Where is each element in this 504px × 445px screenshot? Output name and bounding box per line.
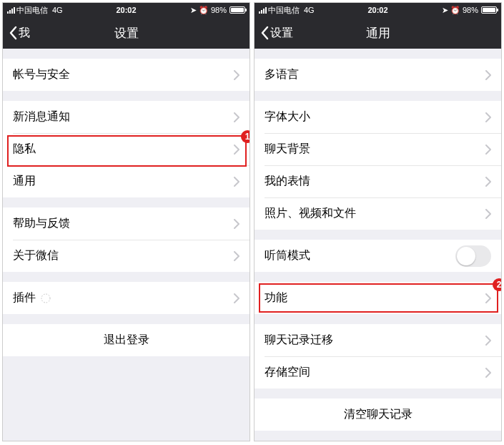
cell-help-feedback[interactable]: 帮助与反馈 bbox=[3, 207, 249, 240]
cell-clear-chat[interactable]: 清空聊天记录 bbox=[255, 398, 501, 431]
group-language: 多语言 bbox=[255, 59, 501, 91]
nav-bar: 设置 通用 bbox=[255, 17, 501, 49]
cell-label: 字体大小 bbox=[265, 109, 310, 124]
phone-right: 中国电信 4G 20:02 ➤ ⏰ 98% 设置 通用 多语言 bbox=[254, 2, 502, 441]
screenshot-pair: 中国电信 4G 20:02 ➤ ⏰ 98% 我 设置 帐号与安全 bbox=[0, 0, 504, 444]
cell-label: 聊天背景 bbox=[265, 142, 310, 157]
status-left: 中国电信 4G bbox=[259, 5, 315, 16]
chevron-right-icon bbox=[234, 219, 239, 229]
chevron-left-icon bbox=[9, 26, 17, 40]
cell-logout[interactable]: 退出登录 bbox=[3, 324, 249, 356]
group-notifications: 新消息通知 隐私 通用 bbox=[3, 101, 249, 197]
carrier-label: 中国电信 bbox=[16, 5, 48, 16]
clear-chat-label: 清空聊天记录 bbox=[344, 407, 412, 422]
chevron-right-icon bbox=[234, 112, 239, 122]
nav-back-label: 我 bbox=[19, 26, 30, 41]
cell-earpiece-mode[interactable]: 听筒模式 bbox=[255, 240, 501, 272]
alarm-icon: ⏰ bbox=[450, 6, 460, 15]
cell-about[interactable]: 关于微信 bbox=[3, 240, 249, 272]
cell-label: 功能 bbox=[265, 290, 287, 305]
cell-label: 照片、视频和文件 bbox=[265, 206, 356, 221]
logout-label: 退出登录 bbox=[104, 333, 149, 348]
group-storage: 聊天记录迁移 存储空间 bbox=[255, 324, 501, 388]
nav-back-label: 设置 bbox=[270, 26, 293, 41]
cell-label: 帮助与反馈 bbox=[13, 216, 70, 231]
nav-back-button[interactable]: 我 bbox=[9, 26, 30, 41]
battery-pct: 98% bbox=[211, 6, 227, 14]
nav-title: 通用 bbox=[366, 25, 390, 41]
cell-general[interactable]: 通用 bbox=[3, 165, 249, 197]
settings-content[interactable]: 帐号与安全 新消息通知 隐私 通用 bbox=[3, 49, 249, 441]
cell-features[interactable]: 功能 bbox=[255, 282, 501, 314]
cell-label: 听筒模式 bbox=[265, 248, 310, 263]
status-right: ➤ ⏰ 98% bbox=[190, 6, 245, 15]
chevron-right-icon bbox=[234, 251, 239, 261]
chevron-right-icon bbox=[234, 70, 239, 80]
cell-account-security[interactable]: 帐号与安全 bbox=[3, 59, 249, 91]
chevron-right-icon bbox=[485, 368, 491, 378]
group-plugins: 插件 bbox=[3, 282, 249, 314]
nav-title: 设置 bbox=[114, 25, 139, 41]
carrier-label: 中国电信 bbox=[268, 5, 300, 16]
cell-stickers[interactable]: 我的表情 bbox=[255, 165, 501, 197]
phone-left: 中国电信 4G 20:02 ➤ ⏰ 98% 我 设置 帐号与安全 bbox=[2, 2, 250, 441]
network-label: 4G bbox=[52, 6, 63, 14]
group-appearance: 字体大小 聊天背景 我的表情 照片、视频和文件 bbox=[255, 101, 501, 230]
battery-icon bbox=[229, 6, 245, 14]
network-label: 4G bbox=[304, 6, 315, 14]
earpiece-toggle[interactable] bbox=[455, 245, 491, 267]
nav-back-button[interactable]: 设置 bbox=[260, 26, 293, 41]
nav-bar: 我 设置 bbox=[3, 17, 249, 49]
cell-label: 存储空间 bbox=[265, 365, 310, 380]
chevron-right-icon bbox=[234, 177, 239, 187]
chevron-right-icon bbox=[234, 293, 239, 303]
cell-label: 插件 bbox=[13, 290, 36, 305]
group-account: 帐号与安全 bbox=[3, 59, 249, 91]
chevron-right-icon bbox=[485, 177, 491, 187]
location-icon: ➤ bbox=[190, 6, 197, 15]
alarm-icon: ⏰ bbox=[199, 6, 209, 15]
cell-label: 我的表情 bbox=[265, 174, 310, 189]
cell-label: 通用 bbox=[13, 174, 36, 189]
chevron-right-icon bbox=[234, 145, 239, 155]
cell-media-files[interactable]: 照片、视频和文件 bbox=[255, 197, 501, 230]
svg-point-0 bbox=[41, 294, 50, 303]
battery-icon bbox=[481, 6, 497, 14]
status-bar: 中国电信 4G 20:02 ➤ ⏰ 98% bbox=[3, 3, 249, 17]
cell-chat-bg[interactable]: 聊天背景 bbox=[255, 133, 501, 165]
status-bar: 中国电信 4G 20:02 ➤ ⏰ 98% bbox=[255, 3, 501, 17]
cell-label: 帐号与安全 bbox=[13, 67, 70, 82]
status-time: 20:02 bbox=[116, 6, 136, 14]
annotation-badge-1: 1 bbox=[241, 130, 250, 143]
general-content[interactable]: 多语言 字体大小 聊天背景 我的表情 照片、视频和文件 bbox=[255, 49, 501, 441]
chevron-right-icon bbox=[485, 293, 491, 303]
group-earpiece: 听筒模式 bbox=[255, 240, 501, 272]
cell-label: 新消息通知 bbox=[13, 109, 70, 124]
cell-font-size[interactable]: 字体大小 bbox=[255, 101, 501, 133]
signal-icon bbox=[259, 7, 267, 14]
chevron-right-icon bbox=[485, 209, 491, 219]
cell-language[interactable]: 多语言 bbox=[255, 59, 501, 91]
group-clear: 清空聊天记录 bbox=[255, 398, 501, 431]
group-features: 功能 bbox=[255, 282, 501, 314]
annotation-badge-2: 2 bbox=[493, 278, 502, 291]
plugins-icon bbox=[40, 293, 51, 304]
group-logout: 退出登录 bbox=[3, 324, 249, 356]
cell-plugins[interactable]: 插件 bbox=[3, 282, 249, 314]
cell-privacy[interactable]: 隐私 bbox=[3, 133, 249, 165]
cell-label: 关于微信 bbox=[13, 248, 59, 263]
signal-icon bbox=[7, 7, 15, 14]
cell-new-message[interactable]: 新消息通知 bbox=[3, 101, 249, 133]
chevron-right-icon bbox=[485, 145, 491, 155]
status-time: 20:02 bbox=[367, 6, 387, 14]
cell-chat-migration[interactable]: 聊天记录迁移 bbox=[255, 324, 501, 356]
battery-pct: 98% bbox=[463, 6, 478, 14]
cell-label: 聊天记录迁移 bbox=[265, 333, 333, 348]
chevron-right-icon bbox=[485, 336, 491, 346]
chevron-right-icon bbox=[485, 112, 491, 122]
cell-label: 隐私 bbox=[13, 142, 36, 157]
status-right: ➤ ⏰ 98% bbox=[442, 6, 497, 15]
chevron-left-icon bbox=[260, 26, 269, 40]
location-icon: ➤ bbox=[442, 6, 448, 15]
cell-storage[interactable]: 存储空间 bbox=[255, 356, 501, 388]
